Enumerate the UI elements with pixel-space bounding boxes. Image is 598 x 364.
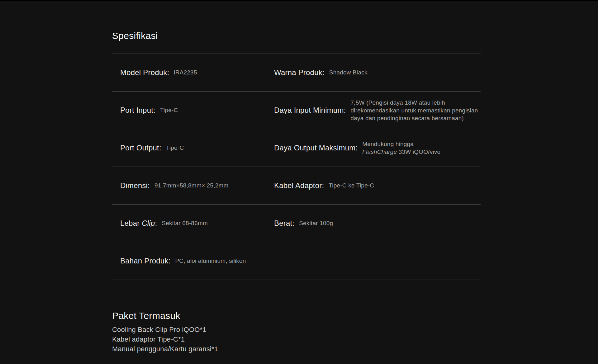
- spec-value: 7,5W (Pengisi daya 18W atau lebih direko…: [351, 99, 478, 122]
- spec-row-dimensi-kabel: Dimensi: 91,7mm×58,8mm× 25,2mm Kabel Ada…: [112, 167, 481, 204]
- spec-value: iRA2235: [174, 69, 197, 76]
- spec-cell-dimensi: Dimensi: 91,7mm×58,8mm× 25,2mm: [112, 167, 274, 204]
- spec-row-bahan: Bahan Produk: PC, aloi aluminium, siliko…: [112, 242, 481, 280]
- spec-value: Tipe-C ke Tipe-C: [329, 182, 374, 189]
- spec-cell-lebar-clip: Lebar Clip: Sekitar 68-86mm: [112, 205, 274, 242]
- package-list: Cooling Back Clip Pro iQOO*1 Kabel adapt…: [112, 325, 481, 354]
- spec-cell-bahan-produk: Bahan Produk: PC, aloi aluminium, siliko…: [112, 242, 274, 280]
- spec-value: Shadow Black: [329, 69, 368, 76]
- spec-cell-berat: Berat: Sekitar 100g: [274, 205, 481, 242]
- spec-value: Sekitar 68-86mm: [162, 220, 208, 227]
- spec-label: Model Produk:: [120, 68, 169, 77]
- spec-cell-port-output: Port Output: Tipe-C: [112, 129, 274, 167]
- spec-row-model-warna: Model Produk: iRA2235 Warna Produk: Shad…: [112, 54, 481, 91]
- spec-label: Dimensi:: [120, 181, 150, 190]
- spec-section-title: Spesifikasi: [112, 30, 481, 41]
- package-section-title: Paket Termasuk: [112, 310, 481, 321]
- spec-table: Model Produk: iRA2235 Warna Produk: Shad…: [112, 54, 481, 280]
- spec-label: Port Output:: [120, 144, 161, 152]
- spec-label: Warna Produk:: [274, 68, 325, 77]
- spec-value: Tipe-C: [160, 107, 178, 114]
- spec-label: Daya Input Minimum:: [274, 106, 346, 115]
- spec-label: Berat:: [274, 219, 294, 228]
- spec-cell-model-produk: Model Produk: iRA2235: [112, 54, 274, 91]
- spec-cell-kabel-adaptor: Kabel Adaptor: Tipe-C ke Tipe-C: [274, 167, 481, 204]
- spec-label: Kabel Adaptor:: [274, 181, 324, 190]
- spec-value: Tipe-C: [166, 144, 184, 151]
- package-item: Manual pengguna/Kartu garansi*1: [112, 344, 481, 354]
- spec-value: 91,7mm×58,8mm× 25,2mm: [154, 182, 229, 189]
- top-edge-strip: [0, 0, 598, 1]
- spec-label: Lebar Clip:: [120, 219, 157, 228]
- spec-row-port-input-daya-input: Port Input: Tipe-C Daya Input Minimum: 7…: [112, 91, 481, 129]
- spec-label: Bahan Produk:: [120, 257, 170, 265]
- spec-cell-warna-produk: Warna Produk: Shadow Black: [274, 54, 481, 91]
- spec-page: Spesifikasi Model Produk: iRA2235 Warna …: [0, 30, 598, 354]
- spec-label: Daya Output Maksimum:: [274, 144, 358, 152]
- package-item: Cooling Back Clip Pro iQOO*1: [112, 325, 481, 334]
- spec-value: PC, aloi aluminium, silikon: [175, 258, 246, 264]
- spec-cell-empty: [274, 242, 481, 280]
- spec-cell-daya-input-minimum: Daya Input Minimum: 7,5W (Pengisi daya 1…: [274, 92, 481, 129]
- spec-row-lebar-berat: Lebar Clip: Sekitar 68-86mm Berat: Sekit…: [112, 204, 481, 242]
- spec-cell-port-input: Port Input: Tipe-C: [112, 92, 274, 129]
- spec-value: Mendukung hingga FlashCharge 33W iQOO/vi…: [362, 140, 440, 156]
- spec-label: Port Input:: [120, 106, 155, 115]
- spec-cell-daya-output-maksimum: Daya Output Maksimum: Mendukung hingga F…: [274, 129, 481, 167]
- spec-row-port-output-daya-output: Port Output: Tipe-C Daya Output Maksimum…: [112, 129, 481, 167]
- package-item: Kabel adaptor Tipe-C*1: [112, 334, 481, 344]
- spec-value: Sekitar 100g: [299, 220, 333, 227]
